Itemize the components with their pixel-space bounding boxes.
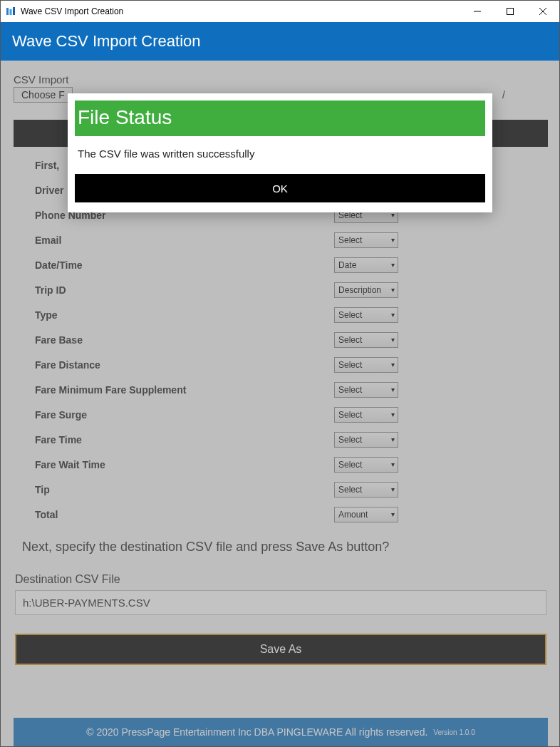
svg-rect-1 (10, 9, 12, 15)
window-controls (461, 1, 559, 22)
svg-rect-4 (507, 9, 514, 15)
minimize-button[interactable] (461, 1, 494, 22)
file-status-dialog: File Status The CSV file was written suc… (68, 93, 492, 212)
close-button[interactable] (527, 1, 559, 22)
svg-rect-2 (13, 7, 15, 15)
app-header: Wave CSV Import Creation (1, 22, 559, 61)
app-icon (5, 6, 16, 17)
dialog-message: The CSV file was written successfully (68, 136, 492, 174)
client-area: CSV Import Choose F / First, DriverPhone… (1, 61, 559, 746)
window-title: Wave CSV Import Creation (21, 6, 123, 16)
app-window: Wave CSV Import Creation Wave CSV Import… (0, 0, 560, 747)
title-bar: Wave CSV Import Creation (1, 1, 559, 22)
maximize-button[interactable] (494, 1, 527, 22)
dialog-title: File Status (75, 101, 485, 136)
modal-overlay: File Status The CSV file was written suc… (1, 61, 559, 746)
dialog-ok-button[interactable]: OK (75, 174, 485, 202)
svg-rect-0 (6, 8, 9, 15)
app-header-title: Wave CSV Import Creation (12, 32, 201, 50)
